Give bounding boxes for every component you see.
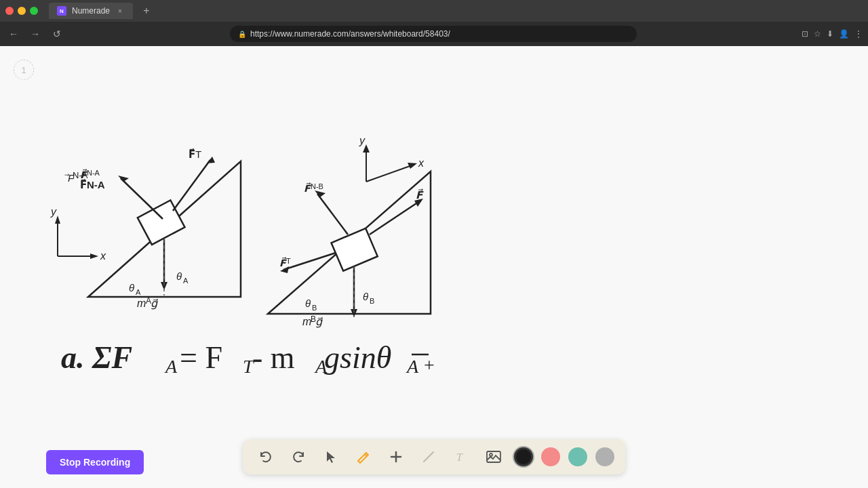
nav-bar: ← → ↺ 🔒 https://www.numerade.com/answers… xyxy=(0,22,868,46)
browser-chrome: N Numerade × + ← → ↺ 🔒 https://www.numer… xyxy=(0,0,868,46)
svg-rect-1 xyxy=(138,200,185,245)
svg-line-73 xyxy=(424,452,433,462)
pencil-tool-button[interactable] xyxy=(351,445,376,469)
diagram-a: y x F⃗ N-A ⃗F N-A F⃗ T m A xyxy=(50,148,241,310)
active-tab[interactable]: N Numerade × xyxy=(49,3,133,19)
color-black[interactable] xyxy=(514,447,533,466)
svg-line-70 xyxy=(365,454,367,456)
title-bar: N Numerade × + xyxy=(0,0,868,22)
select-tool-button[interactable] xyxy=(319,445,343,469)
color-teal[interactable] xyxy=(568,447,587,466)
svg-text:F⃗: F⃗ xyxy=(189,148,195,160)
svg-text:A: A xyxy=(406,356,419,377)
svg-rect-75 xyxy=(487,451,500,462)
svg-marker-39 xyxy=(315,190,326,197)
whiteboard[interactable]: 1 y x F⃗ N-A ⃗F N-A xyxy=(0,46,868,488)
svg-text:N-A: N-A xyxy=(87,179,105,190)
nav-right-icons: ⊡ ☆ ⬇ 👤 ⋮ xyxy=(802,29,863,39)
image-tool-button[interactable] xyxy=(481,445,506,469)
equation: a. ΣF A = F T - m A gsinθ A + xyxy=(61,340,435,377)
stop-recording-label: Stop Recording xyxy=(60,457,130,468)
svg-line-8 xyxy=(121,178,163,219)
tab-title: Numerade xyxy=(72,6,110,16)
svg-point-76 xyxy=(490,453,492,456)
refresh-button[interactable]: ↺ xyxy=(49,26,65,42)
svg-text:= F: = F xyxy=(180,340,222,375)
svg-line-14 xyxy=(173,160,210,211)
svg-text:T: T xyxy=(456,451,463,463)
svg-text:- m: - m xyxy=(252,340,295,375)
traffic-lights xyxy=(5,7,38,15)
cast-icon[interactable]: ⊡ xyxy=(802,29,808,39)
url-text: https://www.numerade.com/answers/whitebo… xyxy=(250,29,450,39)
text-tool-button[interactable]: T xyxy=(449,445,473,469)
extensions-icon[interactable]: ⬇ xyxy=(827,29,833,39)
close-button[interactable] xyxy=(5,7,14,15)
tab-close-button[interactable]: × xyxy=(115,6,125,16)
svg-text:θ: θ xyxy=(129,282,134,293)
drawing-toolbar: T xyxy=(243,439,625,474)
forward-button[interactable]: → xyxy=(27,26,43,42)
bookmark-icon[interactable]: ☆ xyxy=(814,29,821,39)
svg-text:+: + xyxy=(424,354,435,375)
color-gray[interactable] xyxy=(595,447,614,466)
svg-text:N-A: N-A xyxy=(87,169,100,177)
svg-text:θ: θ xyxy=(363,291,368,302)
address-bar[interactable]: 🔒 https://www.numerade.com/answers/white… xyxy=(230,26,637,42)
new-tab-button[interactable]: + xyxy=(138,3,155,19)
svg-text:T: T xyxy=(195,148,201,160)
svg-text:gsinθ: gsinθ xyxy=(324,340,391,375)
svg-text:F⃗: F⃗ xyxy=(416,188,424,201)
svg-text:y: y xyxy=(359,135,366,146)
svg-text:x: x xyxy=(100,250,106,262)
svg-marker-9 xyxy=(118,176,129,182)
color-pink[interactable] xyxy=(541,447,560,466)
svg-text:θ: θ xyxy=(176,270,182,282)
line-tool-button[interactable] xyxy=(416,445,441,469)
svg-text:A: A xyxy=(183,277,189,285)
svg-text:A: A xyxy=(136,288,141,296)
maximize-button[interactable] xyxy=(30,7,38,15)
stop-recording-button[interactable]: Stop Recording xyxy=(46,450,144,474)
svg-text:g⃗: g⃗ xyxy=(315,316,323,328)
svg-text:A: A xyxy=(164,356,178,377)
svg-marker-69 xyxy=(327,451,335,463)
svg-line-38 xyxy=(317,194,348,235)
svg-text:y: y xyxy=(50,206,57,218)
svg-text:T: T xyxy=(286,257,291,265)
redo-button[interactable] xyxy=(286,445,311,469)
svg-marker-36 xyxy=(408,163,417,169)
svg-marker-15 xyxy=(207,157,215,163)
svg-text:B: B xyxy=(370,297,374,305)
diagram-b: y x F⃗ N-B F⃗ F⃗ T xyxy=(268,135,431,328)
svg-marker-6 xyxy=(90,253,98,259)
undo-button[interactable] xyxy=(254,445,278,469)
svg-text:θ: θ xyxy=(305,298,311,309)
profile-icon[interactable]: 👤 xyxy=(839,29,849,39)
whiteboard-drawing: y x F⃗ N-A ⃗F N-A F⃗ T m A xyxy=(0,46,868,488)
menu-icon[interactable]: ⋮ xyxy=(854,29,863,39)
svg-line-35 xyxy=(366,165,414,182)
svg-text:m: m xyxy=(137,298,146,309)
svg-text:N-B: N-B xyxy=(311,182,323,190)
tab-favicon: N xyxy=(57,6,66,16)
svg-text:g⃗: g⃗ xyxy=(151,298,159,310)
add-button[interactable] xyxy=(384,445,408,469)
back-button[interactable]: ← xyxy=(5,26,22,42)
svg-text:B: B xyxy=(312,304,317,312)
lock-icon: 🔒 xyxy=(238,30,246,38)
svg-text:a. ΣF: a. ΣF xyxy=(61,340,132,375)
minimize-button[interactable] xyxy=(18,7,26,15)
svg-text:x: x xyxy=(418,157,425,169)
